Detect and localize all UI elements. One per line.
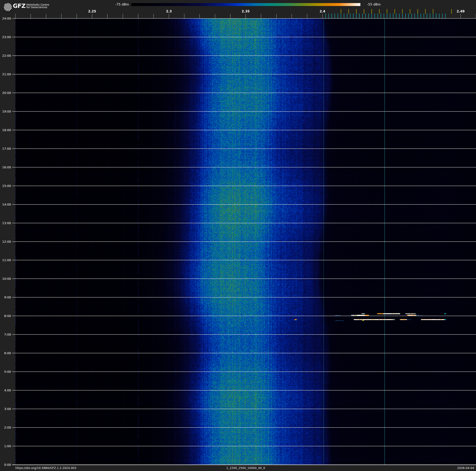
wifi-channel-tick bbox=[451, 9, 452, 14]
freq-major-tick bbox=[276, 14, 276, 18]
ble-channel-tick bbox=[436, 14, 436, 18]
ble-channel-tick bbox=[418, 14, 418, 18]
hour-gridline bbox=[12, 372, 476, 372]
ble-channel-tick bbox=[424, 14, 424, 18]
wifi-channel-tick bbox=[433, 9, 433, 14]
gfz-logo-icon bbox=[3, 3, 12, 12]
ble-channel-tick bbox=[411, 14, 412, 18]
hour-gridline bbox=[12, 74, 476, 74]
wifi-channel-tick bbox=[418, 9, 418, 14]
ble-channel-tick bbox=[335, 14, 335, 18]
hour-tick-label: 0:00 bbox=[0, 463, 11, 467]
colorbar-gradient bbox=[131, 3, 360, 6]
date-label: 2026-04-04 bbox=[457, 466, 474, 470]
freq-tick-label: 2.4 bbox=[313, 10, 332, 13]
freq-major-tick bbox=[322, 14, 323, 18]
hour-gridline bbox=[12, 93, 476, 93]
hour-tick-label: 1:00 bbox=[0, 444, 11, 448]
ble-channel-tick bbox=[362, 14, 363, 18]
ble-channel-tick bbox=[359, 14, 360, 18]
ble-channel-tick bbox=[344, 14, 344, 18]
wifi-channel-tick bbox=[364, 9, 364, 14]
hour-gridline bbox=[12, 130, 476, 130]
ble-channel-tick bbox=[325, 14, 326, 18]
hour-tick-label: 5:00 bbox=[0, 370, 11, 374]
ble-channel-tick bbox=[402, 14, 403, 18]
ble-channel-tick bbox=[421, 14, 421, 18]
ble-channel-tick bbox=[381, 14, 381, 18]
hour-gridline bbox=[12, 427, 476, 428]
hour-tick-label: 14:00 bbox=[0, 203, 11, 206]
hour-tick-label: 16:00 bbox=[0, 165, 11, 169]
hour-tick-label: 24:00 bbox=[0, 17, 11, 20]
wifi-channel-tick bbox=[341, 9, 341, 14]
hour-gridline bbox=[12, 446, 476, 446]
ble-channel-tick bbox=[427, 14, 427, 18]
hour-gridline bbox=[12, 37, 476, 37]
ble-channel-tick bbox=[328, 14, 329, 18]
freq-major-tick bbox=[246, 14, 246, 18]
hour-tick-label: 7:00 bbox=[0, 333, 11, 336]
hour-gridline bbox=[12, 390, 476, 390]
hour-gridline bbox=[12, 465, 476, 465]
hour-tick-label: 3:00 bbox=[0, 407, 11, 411]
wifi-channel-tick bbox=[425, 9, 426, 14]
ble-channel-tick bbox=[347, 14, 347, 18]
freq-major-tick bbox=[46, 14, 46, 18]
ble-channel-tick bbox=[372, 14, 372, 18]
hour-gridline bbox=[12, 334, 476, 335]
freq-major-tick bbox=[15, 14, 16, 18]
freq-major-tick bbox=[184, 14, 184, 18]
colorbar-min-label: -75 dBm bbox=[107, 3, 129, 6]
wifi-channel-tick bbox=[402, 9, 403, 14]
freq-major-tick bbox=[460, 14, 461, 18]
ble-channel-tick bbox=[350, 14, 350, 18]
freq-major-tick bbox=[123, 14, 123, 18]
gfz-subtitle: Helmholtz Centre for Geosciences bbox=[26, 4, 49, 8]
gfz-subtitle-line2: for Geosciences bbox=[26, 6, 49, 9]
ble-channel-tick bbox=[378, 14, 378, 18]
hour-gridline bbox=[12, 409, 476, 409]
ble-channel-tick bbox=[408, 14, 409, 18]
ble-channel-tick bbox=[338, 14, 338, 18]
hour-gridline bbox=[12, 204, 476, 205]
freq-major-tick bbox=[61, 14, 62, 18]
hour-tick-label: 9:00 bbox=[0, 295, 11, 299]
freq-tick-label: 2.35 bbox=[237, 10, 255, 13]
dataset-id: 1_2200_2500_10000_40_0 bbox=[15, 466, 476, 470]
hour-tick-label: 6:00 bbox=[0, 351, 11, 355]
hour-tick-label: 23:00 bbox=[0, 35, 11, 39]
freq-major-tick bbox=[261, 14, 261, 18]
ble-channel-tick bbox=[384, 14, 384, 18]
freq-major-tick bbox=[215, 14, 215, 18]
hour-tick-label: 21:00 bbox=[0, 72, 11, 76]
ble-channel-tick bbox=[332, 14, 332, 18]
ble-channel-tick bbox=[430, 14, 430, 18]
ble-channel-tick bbox=[433, 14, 433, 18]
hour-tick-label: 20:00 bbox=[0, 91, 11, 95]
freq-major-tick bbox=[138, 14, 138, 18]
freq-major-tick bbox=[107, 14, 108, 18]
freq-tick-label: 2.49 bbox=[451, 10, 470, 13]
hour-gridline bbox=[12, 18, 476, 18]
ble-channel-tick bbox=[445, 14, 446, 18]
hour-gridline bbox=[12, 279, 476, 279]
ble-channel-tick bbox=[393, 14, 393, 18]
gfz-brand: GFZ bbox=[13, 2, 25, 9]
freq-major-tick bbox=[200, 14, 200, 18]
ble-channel-tick bbox=[368, 14, 369, 18]
hour-gridline bbox=[12, 186, 476, 186]
hour-tick-label: 17:00 bbox=[0, 147, 11, 150]
hour-tick-label: 10:00 bbox=[0, 277, 11, 281]
hour-gridline bbox=[12, 316, 476, 316]
ble-channel-tick bbox=[396, 14, 396, 18]
ble-channel-tick bbox=[405, 14, 406, 18]
colorbar-max-label: -55 dBm bbox=[367, 3, 381, 6]
hour-gridline bbox=[12, 297, 476, 297]
ble-channel-tick bbox=[374, 14, 375, 18]
hour-gridline bbox=[12, 55, 476, 56]
ble-channel-tick bbox=[390, 14, 390, 18]
hour-tick-label: 18:00 bbox=[0, 128, 11, 132]
ble-channel-tick bbox=[341, 14, 341, 18]
wifi-channel-tick bbox=[387, 9, 387, 14]
